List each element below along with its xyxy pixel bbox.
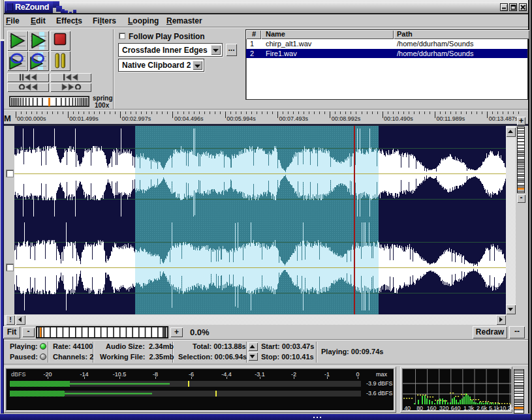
svg-text:00:11.989s: 00:11.989s xyxy=(436,115,465,122)
svg-text:00:05.994s: 00:05.994s xyxy=(227,115,256,122)
svg-text:00:08.992s: 00:08.992s xyxy=(332,115,361,122)
svg-text:00:07.493s: 00:07.493s xyxy=(279,115,309,122)
svg-text:00:10.490s: 00:10.490s xyxy=(384,115,413,122)
svg-text:00:01.499s: 00:01.499s xyxy=(69,115,99,122)
svg-text:00:13.487s: 00:13.487s xyxy=(489,115,518,122)
svg-text:00:02.997s: 00:02.997s xyxy=(122,115,151,122)
svg-text:00:00.000s: 00:00.000s xyxy=(17,115,46,122)
svg-text:00:04.496s: 00:04.496s xyxy=(174,115,204,122)
